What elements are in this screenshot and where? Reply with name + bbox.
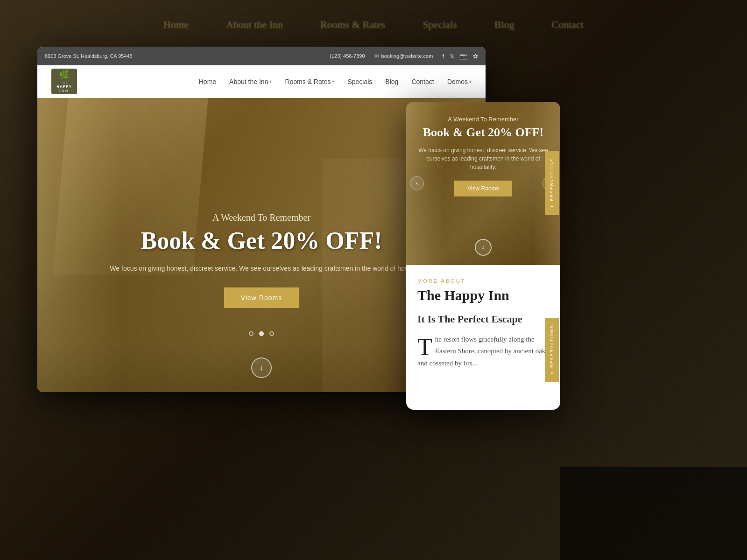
popup-about-body-text: he resort flows gracefully along the Eas… bbox=[417, 336, 548, 367]
phone-number: (123) 456-7890 bbox=[330, 53, 365, 59]
nav-links: Home About the Inn ▾ Rooms & Rates ▾ Spe… bbox=[199, 78, 472, 85]
popup-about-subtitle: It Is The Perfect Escape bbox=[417, 313, 549, 326]
logo-happy-text: HAPPY bbox=[56, 84, 72, 89]
bg-nav-item: Rooms & Rates bbox=[320, 19, 385, 31]
bg-nav-item: Specials bbox=[423, 19, 457, 31]
nav-demos[interactable]: Demos ▾ bbox=[447, 78, 472, 85]
nav-rooms[interactable]: Rooms & Rates ▾ bbox=[285, 78, 334, 85]
bg-nav-item: Contact bbox=[552, 19, 584, 31]
popup-hero-subtitle: A Weekend To Remember bbox=[416, 116, 551, 123]
slider-dot-3[interactable] bbox=[269, 331, 274, 336]
email-icon bbox=[374, 53, 379, 59]
popup-window: ‹ › A Weekend To Remember Book & Get 20%… bbox=[406, 102, 560, 410]
reservations-arrow-icon: ✦ bbox=[550, 203, 554, 209]
popup-hero-description: We focus on giving honest, discreet serv… bbox=[416, 146, 551, 171]
chevron-down-icon: ↓ bbox=[260, 364, 263, 372]
reservations-tab-2[interactable]: ✦ RESERVATIONS bbox=[545, 318, 559, 382]
social-icons-group: f 𝕏 📷 ✿ bbox=[442, 53, 478, 60]
popup-about-section: MORE ABOUT The Happy Inn It Is The Perfe… bbox=[406, 265, 560, 382]
nav-rooms-label: Rooms & Rates bbox=[285, 78, 331, 85]
bg-nav-item: Blog bbox=[494, 19, 514, 31]
email-address: booking@website.com bbox=[381, 53, 433, 59]
scroll-down-button[interactable]: ↓ bbox=[251, 357, 272, 378]
nav-about[interactable]: About the Inn ▾ bbox=[229, 78, 272, 85]
slider-dot-1[interactable] bbox=[249, 331, 254, 336]
popup-cta-button[interactable]: View Rooms bbox=[454, 181, 512, 196]
logo-area[interactable]: 🌿 THE HAPPY INN bbox=[51, 69, 126, 94]
logo-icon: 🌿 THE HAPPY INN bbox=[51, 69, 77, 94]
logo-inn-text: INN bbox=[56, 89, 72, 93]
background-nav: Home About the Inn Rooms & Rates Special… bbox=[0, 19, 747, 31]
nav-demos-label: Demos bbox=[447, 78, 468, 85]
chevron-down-icon: ▾ bbox=[269, 79, 272, 84]
navigation-bar: 🌿 THE HAPPY INN Home About the Inn ▾ Roo… bbox=[37, 65, 486, 98]
slider-dot-2[interactable] bbox=[259, 331, 264, 336]
popup-hero-content: A Weekend To Remember Book & Get 20% OFF… bbox=[406, 116, 560, 196]
nav-about-label: About the Inn bbox=[229, 78, 268, 85]
slider-prev-button[interactable]: ‹ bbox=[410, 176, 424, 190]
popup-hero-title: Book & Get 20% OFF! bbox=[416, 126, 551, 140]
popup-about-title: The Happy Inn bbox=[417, 287, 549, 303]
popup-hero-section: ‹ › A Weekend To Remember Book & Get 20%… bbox=[406, 102, 560, 265]
bg-nav-item: Home bbox=[163, 19, 189, 31]
reservations-label-2: RESERVATIONS bbox=[550, 324, 554, 368]
chevron-down-icon: ▾ bbox=[469, 79, 472, 84]
hero-description: We focus on giving honest, discreet serv… bbox=[103, 264, 420, 273]
reservations-tab[interactable]: ✦ RESERVATIONS bbox=[545, 151, 559, 215]
nav-blog[interactable]: Blog bbox=[385, 78, 398, 85]
chevron-down-icon: ↓ bbox=[482, 244, 485, 251]
facebook-icon[interactable]: f bbox=[442, 53, 444, 60]
bg-nav-item: About the Inn bbox=[226, 19, 283, 31]
yelp-icon[interactable]: ✿ bbox=[473, 53, 478, 60]
logo-bird-icon: 🌿 bbox=[56, 70, 72, 80]
phone-icon bbox=[320, 53, 327, 59]
chevron-down-icon: ▾ bbox=[332, 79, 334, 84]
reservations-arrow-icon-2: ✦ bbox=[550, 370, 554, 375]
hero-slider-dots bbox=[249, 331, 274, 336]
popup-scroll-down-button[interactable]: ↓ bbox=[475, 239, 492, 256]
bottom-right-overlay bbox=[560, 467, 747, 560]
popup-about-body: T he resort flows gracefully along the E… bbox=[417, 334, 549, 370]
nav-home[interactable]: Home bbox=[199, 78, 216, 85]
hero-cta-button[interactable]: View Rooms bbox=[224, 287, 299, 308]
phone-contact[interactable]: (123) 456-7890 bbox=[320, 53, 365, 59]
more-about-label: MORE ABOUT bbox=[417, 278, 549, 284]
twitter-icon[interactable]: 𝕏 bbox=[450, 53, 454, 60]
nav-contact[interactable]: Contact bbox=[411, 78, 434, 85]
address-text: 8903 Grove St, Healdsburg, CA 95448 bbox=[45, 53, 311, 59]
chevron-left-icon: ‹ bbox=[416, 180, 418, 187]
email-contact[interactable]: booking@website.com bbox=[374, 53, 433, 59]
drop-cap-letter: T bbox=[417, 337, 432, 357]
top-bar: 8903 Grove St, Healdsburg, CA 95448 (123… bbox=[37, 47, 486, 65]
camera-icon[interactable]: 📷 bbox=[460, 53, 467, 60]
reservations-label: RESERVATIONS bbox=[550, 158, 554, 201]
nav-specials[interactable]: Specials bbox=[347, 78, 372, 85]
logo-the-text: THE bbox=[56, 81, 72, 84]
